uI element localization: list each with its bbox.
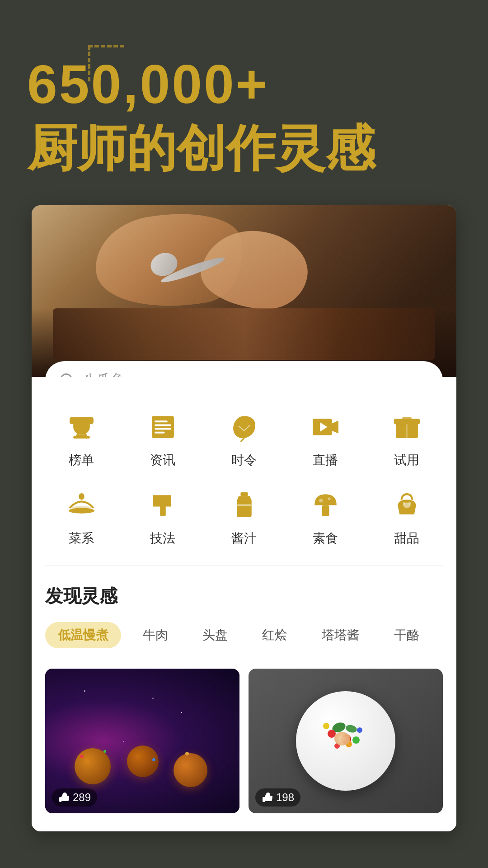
category-shiyong-label: 试用: [394, 452, 419, 469]
svg-point-26: [71, 506, 92, 509]
discovery-section: 发现灵感 低温慢煮 牛肉 头盘 红烩 塔塔酱 干酪: [32, 566, 456, 831]
svg-point-36: [403, 502, 405, 505]
svg-rect-12: [155, 424, 171, 426]
svg-rect-14: [155, 431, 164, 433]
category-caixi[interactable]: 菜系: [41, 487, 122, 547]
recipe-image-2: 198: [249, 669, 443, 813]
knife-icon: [148, 491, 178, 520]
svg-rect-7: [84, 429, 86, 434]
news-icon: [148, 412, 178, 442]
main-card: 八爪鱼: [32, 205, 456, 831]
svg-rect-3: [73, 436, 90, 438]
recipe-grid: 289: [45, 669, 443, 813]
hero-subtitle: 厨师的创作灵感: [27, 118, 461, 178]
svg-rect-31: [242, 492, 246, 494]
svg-marker-19: [332, 420, 338, 433]
recipe-card-1[interactable]: 289: [45, 669, 239, 813]
svg-rect-28: [160, 506, 165, 515]
dish-icon: [67, 491, 96, 520]
mushroom-icon: [311, 491, 340, 520]
tag-low-temp[interactable]: 低温慢煮: [45, 622, 121, 648]
hero-food-image: 八爪鱼: [32, 205, 456, 377]
tag-row: 低温慢煮 牛肉 头盘 红烩 塔塔酱 干酪: [45, 622, 443, 653]
corner-decoration: [88, 45, 124, 81]
svg-rect-27: [79, 493, 84, 500]
search-bar-container[interactable]: 八爪鱼: [45, 361, 443, 377]
svg-line-15: [240, 438, 244, 441]
like-icon-1: [58, 792, 69, 803]
hero-section: 650,000+ 厨师的创作灵感: [0, 0, 488, 854]
category-jifa-label: 技法: [150, 530, 175, 547]
recipe-card-2[interactable]: 198: [249, 669, 443, 813]
category-grid-row2: 菜系 技法: [32, 487, 456, 565]
svg-rect-32: [322, 505, 329, 516]
category-zixun-label: 资讯: [150, 452, 175, 469]
svg-rect-13: [155, 428, 171, 429]
content-area: 榜单 资讯: [32, 377, 456, 831]
cupcake-icon: [392, 491, 422, 520]
tag-braised[interactable]: 红烩: [249, 622, 300, 648]
category-shiyong[interactable]: 试用: [366, 409, 447, 469]
category-sushi-label: 素食: [313, 530, 338, 547]
recipe-image-1: 289: [45, 669, 239, 813]
svg-rect-4: [70, 417, 74, 424]
like-count-2: 198: [276, 791, 294, 804]
leaf-icon: [230, 412, 259, 442]
category-zhibao-label: 直播: [313, 452, 338, 469]
trophy-icon: [67, 412, 96, 442]
category-shiling-label: 时令: [231, 452, 257, 469]
svg-rect-10: [152, 416, 174, 438]
category-sushi[interactable]: 素食: [285, 487, 366, 547]
category-tianpin[interactable]: 甜品: [366, 487, 447, 547]
category-bangdan[interactable]: 榜单: [41, 409, 122, 469]
category-zhibao[interactable]: 直播: [285, 409, 366, 469]
svg-rect-9: [79, 421, 84, 423]
tag-starter[interactable]: 头盘: [190, 622, 240, 648]
category-tianpin-label: 甜品: [394, 530, 419, 547]
category-grid-row1: 榜单 资讯: [32, 400, 456, 487]
like-icon-2: [262, 792, 272, 803]
svg-point-34: [328, 497, 330, 500]
svg-point-37: [408, 502, 411, 505]
search-icon: [59, 372, 75, 377]
category-shiling[interactable]: 时令: [203, 409, 285, 469]
search-placeholder: 八爪鱼: [82, 370, 125, 377]
svg-rect-11: [155, 420, 167, 422]
video-icon: [311, 412, 340, 442]
svg-rect-5: [89, 417, 93, 424]
svg-rect-6: [77, 429, 79, 434]
category-zixun[interactable]: 资讯: [122, 409, 203, 469]
like-badge-2: 198: [255, 788, 300, 807]
tag-tartare[interactable]: 塔塔酱: [309, 622, 372, 648]
svg-point-33: [319, 499, 323, 502]
tag-beef[interactable]: 牛肉: [130, 622, 181, 648]
discovery-title: 发现灵感: [45, 584, 443, 609]
box-icon: [392, 412, 422, 442]
svg-rect-24: [402, 417, 411, 420]
like-badge-1: 289: [52, 788, 97, 807]
svg-point-0: [61, 374, 72, 377]
like-count-1: 289: [73, 791, 91, 804]
category-bangdan-label: 榜单: [69, 452, 94, 469]
tag-cheese[interactable]: 干酪: [381, 622, 432, 648]
svg-rect-30: [237, 504, 252, 506]
category-caixi-label: 菜系: [69, 530, 94, 547]
category-jiangjiu[interactable]: 酱汁: [203, 487, 285, 547]
category-jifa[interactable]: 技法: [122, 487, 203, 547]
bottle-icon: [230, 491, 259, 520]
category-jiangjiu-label: 酱汁: [231, 530, 257, 547]
